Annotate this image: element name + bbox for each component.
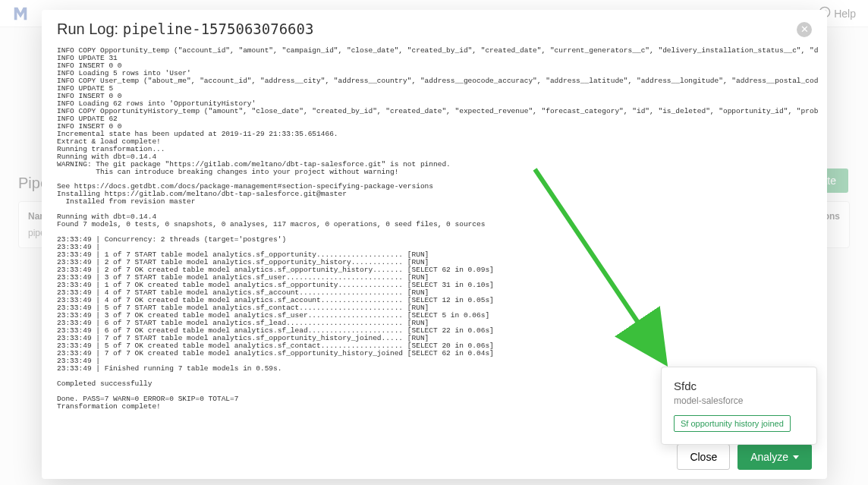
pipeline-id: pipeline-1575063076603 xyxy=(123,20,314,37)
analyze-popover: Sfdc model-salesforce Sf opportunity his… xyxy=(661,367,817,445)
analyze-label: Analyze xyxy=(750,451,788,463)
modal-title-prefix: Run Log: xyxy=(57,20,123,37)
modal-title: Run Log: pipeline-1575063076603 xyxy=(57,20,313,38)
popover-title: Sfdc xyxy=(674,379,804,392)
close-button[interactable]: Close xyxy=(677,444,730,470)
chevron-down-icon xyxy=(793,455,799,459)
popover-subtitle: model-salesforce xyxy=(674,395,804,406)
analyze-button[interactable]: Analyze xyxy=(737,444,812,470)
popover-item[interactable]: Sf opportunity history joined xyxy=(674,415,791,432)
modal-header: Run Log: pipeline-1575063076603 ✕ xyxy=(42,10,827,44)
close-icon[interactable]: ✕ xyxy=(797,22,812,37)
